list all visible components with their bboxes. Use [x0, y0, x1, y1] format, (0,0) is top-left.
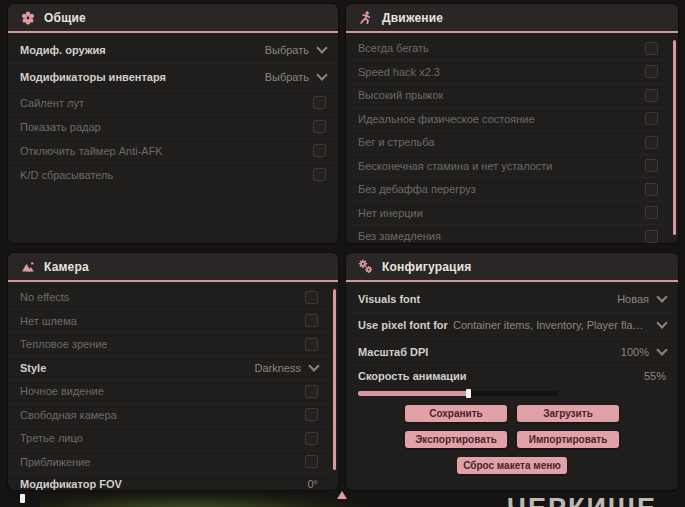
row-label: Без дебаффа перегруз — [358, 183, 476, 195]
row-label: Отключить таймер Anti-AFK — [20, 145, 163, 157]
thermal-vision-row: Тепловое зрение — [8, 333, 330, 357]
row-label: Ночное видение — [20, 385, 104, 397]
silent-loot-row: Сайлент лут — [8, 91, 338, 115]
dpi-scale-row: Масштаб DPI 100% — [346, 339, 678, 366]
animation-speed-slider-fill — [358, 391, 468, 396]
zoom-row: Приближение — [8, 451, 330, 475]
watermark-text: ЧЕРКИШЕ — [507, 493, 657, 507]
fov-modifier-row: Модификатор FOV 0° — [8, 474, 330, 494]
panel-camera: Камера No effects Нет шлема Тепловое зре… — [8, 253, 338, 490]
perfect-physical-condition-checkbox[interactable] — [645, 112, 658, 125]
panel-config-header[interactable]: Конфигурация — [346, 253, 678, 280]
row-label: Третье лицо — [20, 432, 83, 444]
style-select[interactable]: Darkness — [255, 362, 318, 374]
animation-speed-row: Скорость анимации 55% — [346, 366, 678, 386]
infinite-stamina-checkbox[interactable] — [645, 159, 658, 172]
mountain-icon — [20, 259, 35, 274]
no-inertia-checkbox[interactable] — [645, 206, 658, 219]
run-and-shoot-row: Бег и стрельба — [346, 131, 670, 155]
always-run-checkbox[interactable] — [645, 42, 658, 55]
no-effects-row: No effects — [8, 286, 330, 310]
kd-resetter-checkbox[interactable] — [313, 168, 326, 181]
row-label: Без замедления — [358, 230, 441, 242]
run-and-shoot-checkbox[interactable] — [645, 136, 658, 149]
weapon-modifier-select[interactable]: Выбрать — [265, 44, 326, 56]
select-value: Выбрать — [265, 71, 309, 83]
panel-title: Конфигурация — [382, 260, 471, 274]
import-button[interactable]: Импортировать — [517, 431, 619, 448]
fov-slider[interactable] — [20, 496, 220, 501]
save-button[interactable]: Сохранить — [405, 405, 507, 422]
no-slowdown-checkbox[interactable] — [645, 230, 658, 243]
row-label: K/D сбрасыватель — [20, 169, 113, 181]
row-label: No effects — [20, 291, 69, 303]
row-label: Приближение — [20, 456, 90, 468]
row-label: Speed hack x2.3 — [358, 66, 440, 78]
select-value: 100% — [621, 346, 649, 358]
free-camera-checkbox[interactable] — [305, 408, 318, 421]
panel-general-header[interactable]: Общие — [8, 4, 338, 31]
high-jump-row: Высокий прыжок — [346, 84, 670, 108]
zoom-checkbox[interactable] — [305, 455, 318, 468]
runner-icon — [358, 10, 373, 25]
show-radar-row: Показать радар — [8, 115, 338, 139]
flower-icon — [20, 10, 35, 25]
animation-speed-slider[interactable] — [358, 391, 558, 396]
row-label: Скорость анимации — [358, 370, 467, 382]
panel-camera-header[interactable]: Камера — [8, 253, 338, 280]
reset-menu-layout-button[interactable]: Сброс макета меню — [457, 457, 567, 474]
kd-resetter-row: K/D сбрасыватель — [8, 163, 338, 186]
scrollbar[interactable] — [333, 289, 336, 470]
silent-loot-checkbox[interactable] — [313, 96, 326, 109]
row-label: Показать радар — [20, 121, 101, 133]
panel-general: Общие Модиф. оружия Выбрать Модификаторы… — [8, 4, 338, 243]
export-button[interactable]: Экспортировать — [405, 431, 507, 448]
select-value: Новая — [617, 293, 649, 305]
third-person-checkbox[interactable] — [305, 432, 318, 445]
row-label: Высокий прыжок — [358, 89, 443, 101]
select-value: Выбрать — [265, 44, 309, 56]
pixel-font-row: Use pixel font for Container items, Inve… — [346, 313, 678, 340]
no-effects-checkbox[interactable] — [305, 291, 318, 304]
chevron-down-icon — [656, 291, 667, 302]
panel-config: Конфигурация Visuals font Новая Use pixe… — [346, 253, 678, 490]
chevron-down-icon — [316, 69, 327, 80]
row-label: Style — [20, 362, 46, 374]
load-button[interactable]: Загрузить — [517, 405, 619, 422]
high-jump-checkbox[interactable] — [645, 89, 658, 102]
no-helmet-checkbox[interactable] — [305, 314, 318, 327]
no-helmet-row: Нет шлема — [8, 310, 330, 334]
gears-icon — [358, 259, 373, 274]
anti-afk-timer-checkbox[interactable] — [313, 144, 326, 157]
panel-movement-header[interactable]: Движение — [346, 4, 678, 31]
speed-hack-checkbox[interactable] — [645, 65, 658, 78]
always-run-row: Всегда бегать — [346, 37, 670, 61]
fov-slider-handle[interactable] — [20, 494, 25, 503]
no-overload-debuff-row: Без дебаффа перегруз — [346, 178, 670, 202]
chevron-down-icon — [656, 318, 667, 329]
dpi-scale-select[interactable]: 100% — [621, 346, 666, 358]
infinite-stamina-row: Бесконечная стамина и нет усталости — [346, 155, 670, 179]
row-label: Масштаб DPI — [358, 346, 428, 358]
scrollbar[interactable] — [673, 40, 676, 235]
speed-hack-row: Speed hack x2.3 — [346, 61, 670, 85]
visuals-font-select[interactable]: Новая — [617, 293, 666, 305]
show-radar-checkbox[interactable] — [313, 120, 326, 133]
fov-value: 0° — [307, 478, 318, 490]
chevron-down-icon — [308, 360, 319, 371]
chevron-down-icon — [656, 344, 667, 355]
no-overload-debuff-checkbox[interactable] — [645, 183, 658, 196]
animation-speed-slider-handle[interactable] — [466, 389, 471, 398]
night-vision-checkbox[interactable] — [305, 385, 318, 398]
row-label: Свободная камера — [20, 409, 117, 421]
thermal-vision-checkbox[interactable] — [305, 338, 318, 351]
panel-movement: Движение Всегда бегать Speed hack x2.3 В… — [346, 4, 678, 243]
row-label: Модиф. оружия — [20, 44, 106, 56]
panel-title: Общие — [44, 11, 86, 25]
select-value: Darkness — [255, 362, 301, 374]
no-slowdown-row: Без замедления — [346, 225, 670, 248]
pixel-font-select[interactable]: Container items, Inventory, Player flags… — [453, 319, 666, 331]
row-label: Тепловое зрение — [20, 338, 107, 350]
row-label: Сайлент лут — [20, 97, 84, 109]
inventory-modifiers-select[interactable]: Выбрать — [265, 71, 326, 83]
